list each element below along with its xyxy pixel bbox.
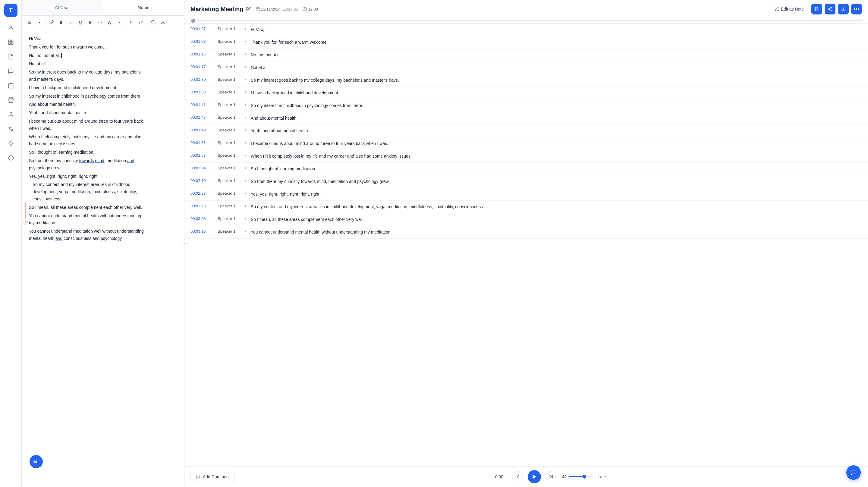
tab-notes[interactable]: Notes bbox=[103, 0, 184, 16]
sidebar-item-document[interactable] bbox=[5, 51, 17, 63]
sidebar-item-diamond[interactable] bbox=[5, 152, 17, 164]
link-button[interactable] bbox=[47, 18, 56, 27]
sidebar-item-gift[interactable] bbox=[5, 94, 17, 106]
align-button[interactable] bbox=[25, 18, 34, 27]
timestamp[interactable]: 00:01:47 bbox=[190, 115, 218, 120]
row-chevron-icon[interactable]: ▾ bbox=[245, 90, 251, 94]
speaker-label: Speaker 1 bbox=[218, 115, 245, 120]
speed-chevron-icon[interactable] bbox=[603, 475, 607, 479]
speaker-label: Speaker 1 bbox=[218, 128, 245, 132]
row-chevron-icon[interactable]: ▾ bbox=[245, 229, 251, 233]
code-button[interactable]: <> bbox=[96, 18, 104, 27]
speaker-label: Speaker 1 bbox=[218, 178, 245, 183]
row-chevron-icon[interactable]: ▾ bbox=[245, 64, 251, 69]
play-button[interactable] bbox=[528, 470, 541, 483]
skip-back-button[interactable] bbox=[512, 471, 523, 482]
timestamp[interactable]: 00:02:58 bbox=[190, 204, 218, 208]
svg-rect-19 bbox=[256, 7, 259, 10]
edit-as-note-button[interactable]: Edit as Note bbox=[770, 4, 809, 14]
sidebar-item-chat[interactable] bbox=[5, 65, 17, 77]
timestamp[interactable]: 00:03:13 bbox=[190, 229, 218, 234]
progress-track[interactable] bbox=[190, 20, 862, 21]
row-chevron-icon[interactable]: ▾ bbox=[245, 153, 251, 157]
note-editor[interactable]: ▾ Hi Viraj. Thank you for, for such a wa… bbox=[22, 29, 184, 487]
download-button[interactable] bbox=[838, 4, 849, 14]
comment-icon bbox=[195, 474, 200, 479]
row-chevron-icon[interactable]: ▾ bbox=[245, 102, 251, 107]
timestamp[interactable]: 00:01:30 bbox=[190, 77, 218, 82]
share-button[interactable] bbox=[825, 4, 835, 14]
bold-button[interactable]: B bbox=[57, 18, 65, 27]
row-chevron-icon[interactable]: ▾ bbox=[245, 39, 251, 43]
row-chevron-icon[interactable]: ▾ bbox=[245, 166, 251, 170]
volume-control[interactable] bbox=[561, 474, 593, 479]
edit-icon[interactable] bbox=[246, 7, 251, 11]
timestamp[interactable]: 00:02:23 bbox=[190, 191, 218, 195]
timestamp[interactable]: 00:02:10 bbox=[190, 178, 218, 183]
timestamp[interactable]: 00:03:08 bbox=[190, 216, 218, 221]
row-chevron-icon[interactable]: ▾ bbox=[245, 52, 251, 56]
row-chevron-icon[interactable]: ▾ bbox=[245, 27, 251, 31]
notification-badge[interactable]: 99+ bbox=[29, 454, 43, 469]
export-button[interactable] bbox=[159, 18, 167, 27]
strikethrough-button[interactable]: S bbox=[86, 18, 94, 27]
italic-button[interactable]: I bbox=[67, 18, 75, 27]
timestamp[interactable]: 00:01:57 bbox=[190, 153, 218, 158]
progress-bar-row bbox=[184, 19, 868, 24]
timestamp[interactable]: 00:01:38 bbox=[190, 90, 218, 94]
add-comment-button[interactable]: Add Comment bbox=[190, 471, 235, 482]
row-chevron-icon[interactable]: ▾ bbox=[245, 115, 251, 119]
transcript-text: So from there my curiosity towards mind,… bbox=[251, 178, 862, 185]
copy-button[interactable] bbox=[149, 18, 158, 27]
sidebar-item-people[interactable] bbox=[5, 22, 17, 34]
timestamp[interactable]: 00:01:07 bbox=[190, 27, 218, 31]
chat-fab-button[interactable] bbox=[846, 465, 861, 480]
app-logo[interactable]: T bbox=[4, 4, 18, 17]
timestamp[interactable]: 00:02:04 bbox=[190, 166, 218, 170]
sidebar-item-grid[interactable] bbox=[5, 36, 17, 48]
editor-line: I have a background in childhood develop… bbox=[29, 84, 177, 92]
row-chevron-icon[interactable]: ▾ bbox=[245, 191, 251, 195]
pdf-button[interactable] bbox=[811, 4, 822, 14]
sidebar-item-translate[interactable] bbox=[5, 123, 17, 135]
row-chevron-icon[interactable]: ▾ bbox=[245, 141, 251, 145]
text-color-chevron-button[interactable]: ▾ bbox=[115, 18, 123, 27]
timestamp[interactable]: 00:01:51 bbox=[190, 141, 218, 145]
row-chevron-icon[interactable]: ▾ bbox=[245, 128, 251, 132]
tab-ai-chat[interactable]: AI Chat bbox=[22, 0, 103, 16]
volume-slider[interactable] bbox=[569, 476, 593, 477]
more-options-button[interactable]: ••• bbox=[851, 4, 862, 14]
sidebar-item-user[interactable] bbox=[5, 109, 17, 121]
speaker-label: Speaker 1 bbox=[218, 229, 245, 234]
timestamp[interactable]: 00:01:41 bbox=[190, 102, 218, 107]
playback-speed[interactable]: 1x bbox=[598, 475, 602, 479]
transcript-row: 00:01:08 Speaker 1 ▾ Thank you for, for … bbox=[184, 36, 868, 49]
svg-point-27 bbox=[829, 8, 830, 10]
meeting-title-text: Marketing Meeting bbox=[190, 6, 244, 13]
timestamp[interactable]: 00:01:49 bbox=[190, 128, 218, 132]
undo-button[interactable] bbox=[127, 18, 135, 27]
editor-line: So I mean, all these areas complement ea… bbox=[29, 204, 177, 211]
redo-button[interactable] bbox=[137, 18, 145, 27]
timestamp[interactable]: 00:01:17 bbox=[190, 64, 218, 69]
right-panel: Marketing Meeting 13/11/2024, 15:17:05 1… bbox=[184, 0, 868, 487]
row-chevron-icon[interactable]: ▾ bbox=[245, 77, 251, 81]
meeting-header: Marketing Meeting 13/11/2024, 15:17:05 1… bbox=[184, 0, 868, 19]
sidebar-item-calendar[interactable] bbox=[5, 80, 17, 92]
row-chevron-icon[interactable]: ▾ bbox=[245, 204, 251, 208]
row-chevron-icon[interactable]: ▾ bbox=[245, 178, 251, 183]
svg-point-0 bbox=[10, 26, 12, 28]
transcript-text: Yes, yes, right, right, right, right, ri… bbox=[251, 191, 862, 197]
pencil-icon bbox=[775, 7, 779, 11]
transcript-row: 00:01:07 Speaker 1 ▾ Hi Viraj. bbox=[184, 24, 868, 36]
underline-button[interactable]: U bbox=[76, 18, 85, 27]
text-color-button[interactable]: A bbox=[105, 18, 114, 27]
panel-expand-button[interactable]: » bbox=[181, 240, 188, 247]
skip-forward-button[interactable] bbox=[546, 471, 557, 482]
sidebar-item-bolt[interactable] bbox=[5, 138, 17, 150]
format-chevron-button[interactable]: ▾ bbox=[35, 18, 43, 27]
svg-rect-4 bbox=[11, 43, 13, 44]
timestamp[interactable]: 00:01:16 bbox=[190, 52, 218, 56]
row-chevron-icon[interactable]: ▾ bbox=[245, 216, 251, 221]
timestamp[interactable]: 00:01:08 bbox=[190, 39, 218, 44]
